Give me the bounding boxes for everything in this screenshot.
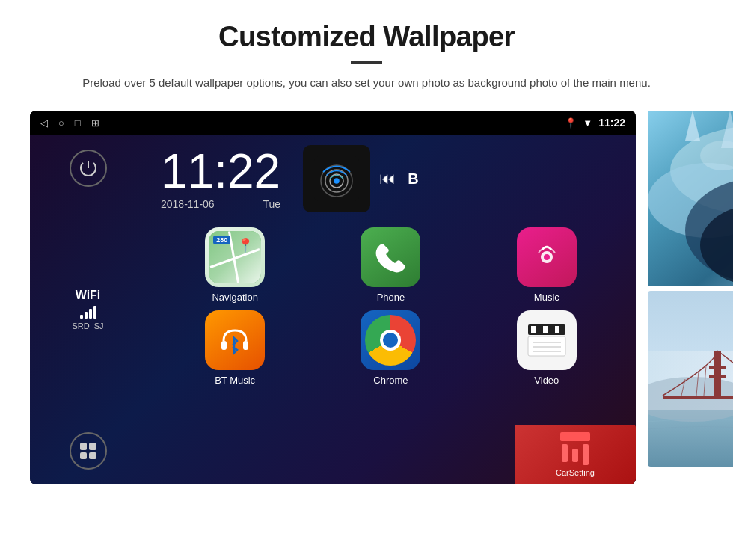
app-item-navigation[interactable]: 280 📍 Navigation (161, 227, 309, 303)
page-title: Customized Wallpaper (45, 21, 688, 53)
power-button[interactable] (70, 150, 107, 187)
wifi-bar-2 (85, 312, 88, 319)
status-left: ◁ ○ □ ⊞ (40, 117, 99, 129)
screenshot-icon[interactable]: ⊞ (91, 117, 99, 129)
clock-area: 11:22 2018-11-06 Tue (146, 135, 636, 220)
svg-rect-37 (709, 366, 726, 369)
svg-rect-13 (543, 326, 548, 333)
btmusic-app-icon (205, 310, 265, 370)
carsetting-widget[interactable]: CarSetting (515, 425, 636, 484)
app-item-chrome[interactable]: Chrome (316, 310, 464, 386)
android-screen: WiFi SRD_SJ (30, 135, 636, 484)
chrome-label: Chrome (373, 375, 408, 386)
wifi-bar-1 (80, 315, 83, 319)
grid-dot (89, 452, 96, 460)
phone-label: Phone (377, 292, 405, 303)
signal-icon: ▼ (583, 117, 592, 129)
app-item-music[interactable]: Music (473, 227, 621, 303)
apps-button[interactable] (70, 432, 107, 470)
svg-rect-14 (549, 326, 553, 333)
next-track-label[interactable]: B (408, 170, 418, 188)
back-nav-icon[interactable]: ◁ (40, 117, 48, 129)
svg-rect-11 (531, 326, 536, 333)
home-nav-icon[interactable]: ○ (58, 117, 64, 129)
music-app-icon (517, 227, 577, 287)
chrome-app-icon (361, 310, 420, 370)
svg-rect-16 (561, 326, 564, 333)
device-frame: ◁ ○ □ ⊞ 📍 ▼ 11:22 WiFi (30, 111, 636, 484)
recents-nav-icon[interactable]: □ (75, 117, 81, 129)
chrome-circle (365, 315, 416, 366)
wallpaper-thumbnails (648, 111, 733, 484)
music-label: Music (534, 292, 559, 303)
wifi-info: WiFi SRD_SJ (72, 289, 103, 330)
widget-area: ⏮ B (303, 145, 418, 212)
navigation-app-icon: 280 📍 (205, 227, 265, 287)
location-icon: 📍 (565, 117, 577, 129)
title-divider (351, 61, 382, 64)
apps-grid-icon (80, 443, 96, 459)
svg-rect-8 (221, 341, 227, 350)
svg-rect-38 (709, 375, 726, 378)
status-bar: ◁ ○ □ ⊞ 📍 ▼ 11:22 (30, 111, 636, 135)
radio-widget[interactable] (303, 145, 370, 212)
day-value: Tue (263, 198, 281, 210)
prev-track-icon[interactable]: ⏮ (379, 169, 396, 188)
svg-rect-15 (555, 326, 559, 333)
grid-dot (80, 452, 88, 460)
app-item-phone[interactable]: Phone (316, 227, 464, 303)
btmusic-label: BT Music (215, 375, 255, 386)
app-grid: 280 📍 Navigation Phone (146, 220, 636, 393)
status-right: 📍 ▼ 11:22 (565, 117, 625, 129)
nav-map-graphic: 280 📍 (209, 231, 261, 283)
svg-point-7 (544, 254, 550, 260)
svg-rect-12 (537, 326, 542, 333)
date-value: 2018-11-06 (161, 198, 215, 210)
carsetting-label: CarSetting (556, 468, 595, 477)
grid-dot (80, 443, 88, 450)
status-time: 11:22 (598, 117, 625, 129)
app-item-video[interactable]: Video (473, 310, 621, 386)
phone-app-icon (361, 227, 420, 287)
wallpaper-thumb-bridge[interactable] (648, 291, 733, 467)
grid-dot (89, 443, 96, 450)
video-app-icon (517, 310, 577, 370)
content-area: ◁ ○ □ ⊞ 📍 ▼ 11:22 WiFi (0, 103, 733, 484)
page-header: Customized Wallpaper Preload over 5 defa… (0, 0, 733, 103)
wifi-bar-4 (93, 306, 96, 319)
clock-date: 2018-11-06 Tue (161, 198, 280, 210)
carsetting-icon-bars (562, 444, 589, 465)
clock-section: 11:22 2018-11-06 Tue (161, 147, 280, 210)
wifi-bar-3 (89, 309, 92, 319)
page-subtitle: Preload over 5 default wallpaper options… (82, 74, 651, 91)
chrome-center-dot (380, 330, 401, 351)
media-controls: ⏮ B (379, 169, 418, 188)
wifi-ssid: SRD_SJ (72, 321, 103, 330)
wifi-bars (72, 305, 103, 319)
app-item-btmusic[interactable]: BT Music (161, 310, 309, 386)
navigation-label: Navigation (212, 292, 257, 303)
clock-time: 11:22 (161, 147, 280, 195)
carsetting-icon-bar1 (560, 432, 590, 441)
left-sidebar: WiFi SRD_SJ (30, 135, 146, 484)
wifi-label: WiFi (72, 289, 103, 302)
wallpaper-thumb-ice[interactable] (648, 111, 733, 286)
svg-rect-34 (663, 396, 733, 399)
svg-point-4 (334, 179, 340, 185)
video-label: Video (534, 375, 559, 386)
svg-rect-9 (243, 341, 248, 350)
video-clapper (521, 314, 573, 366)
